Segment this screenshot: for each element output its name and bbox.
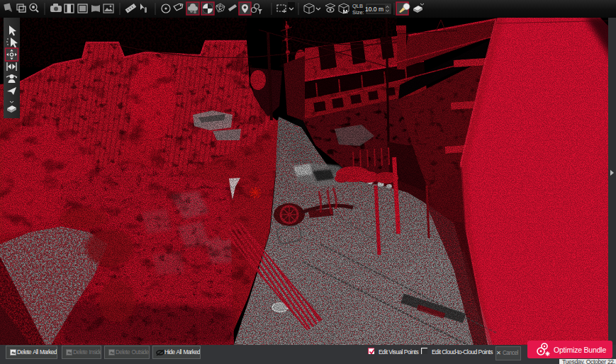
- svg-text:QLB: QLB: [352, 3, 363, 9]
- svg-text:M: M: [343, 8, 348, 15]
- svg-text:10.0 m: 10.0 m: [365, 6, 383, 13]
- svg-text:Size:: Size:: [352, 9, 364, 16]
